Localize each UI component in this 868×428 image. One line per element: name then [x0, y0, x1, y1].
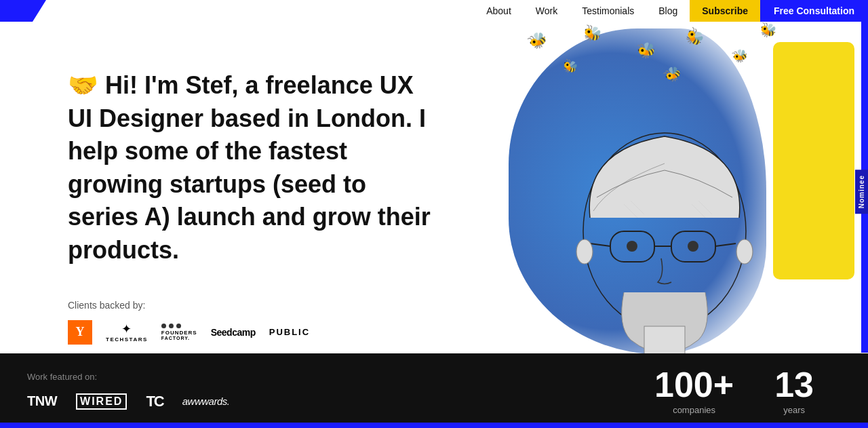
bee-1: 🐝: [526, 28, 550, 53]
svg-point-10: [736, 239, 753, 264]
logo-techcrunch: TC: [146, 393, 163, 410]
featured-section: Work featured on: TNW WIRED TC awwwards.: [27, 372, 366, 410]
logo-awwwards: awwwards.: [182, 395, 230, 407]
nav-work[interactable]: Work: [524, 0, 570, 22]
clients-section: Clients backed by: Y ✦ techstars FOUN: [68, 300, 434, 345]
client-logo-seedcamp: Seedcamp: [211, 327, 256, 338]
client-logo-public: PUBLIC: [269, 327, 310, 337]
subscribe-button[interactable]: Subscribe: [690, 0, 760, 22]
hero-headline: 🤝 Hi! I'm Stef, a freelance UX UI Design…: [68, 69, 434, 267]
bottom-bar: Work featured on: TNW WIRED TC awwwards.…: [0, 353, 868, 428]
client-logo-techstars: ✦ techstars: [106, 322, 148, 343]
featured-label: Work featured on:: [27, 372, 366, 382]
svg-line-5: [715, 244, 736, 246]
featured-logos: TNW WIRED TC awwwards.: [27, 393, 366, 410]
stat-companies-label: companies: [654, 405, 734, 415]
stat-companies-number: 100+: [654, 367, 734, 402]
main-nav: About Work Testimonials Blog Subscribe F…: [474, 0, 868, 22]
techstars-star-icon: ✦: [121, 322, 132, 336]
top-accent: [0, 0, 33, 22]
stat-years-number: 13: [774, 367, 814, 402]
wave-emoji: 🤝: [68, 71, 98, 99]
client-logo-yc: Y: [68, 320, 92, 345]
nav-about[interactable]: About: [474, 0, 524, 22]
awwwards-nominee-tag: Nominee: [855, 170, 868, 214]
svg-line-4: [590, 244, 610, 246]
logo-tnw: TNW: [27, 393, 57, 409]
site-header: About Work Testimonials Blog Subscribe F…: [0, 0, 868, 22]
nav-testimonials[interactable]: Testimonials: [570, 0, 646, 22]
client-logo-founders: FOUNDERS FACTORY.: [161, 324, 197, 341]
nav-blog[interactable]: Blog: [646, 0, 690, 22]
founders-dot-1: [161, 324, 166, 328]
bottom-blue-accent: [0, 423, 868, 428]
logo-wired: WIRED: [76, 393, 127, 410]
bee-6: 🐝: [757, 22, 778, 40]
svg-point-6: [627, 241, 637, 252]
founders-dot-2: [169, 324, 174, 328]
stat-companies: 100+ companies: [654, 367, 734, 415]
svg-point-9: [576, 239, 593, 264]
stat-years-label: years: [774, 405, 814, 415]
stat-years: 13 years: [774, 367, 814, 415]
stats-section: 100+ companies 13 years: [366, 367, 841, 415]
svg-point-7: [688, 241, 698, 252]
clients-logos: Y ✦ techstars FOUNDERS FACTORY.: [68, 320, 434, 345]
founders-dot-3: [176, 324, 181, 328]
top-accent-triangle: [33, 0, 46, 22]
clients-label: Clients backed by:: [68, 300, 434, 311]
consultation-button[interactable]: Free Consultation: [760, 0, 868, 22]
